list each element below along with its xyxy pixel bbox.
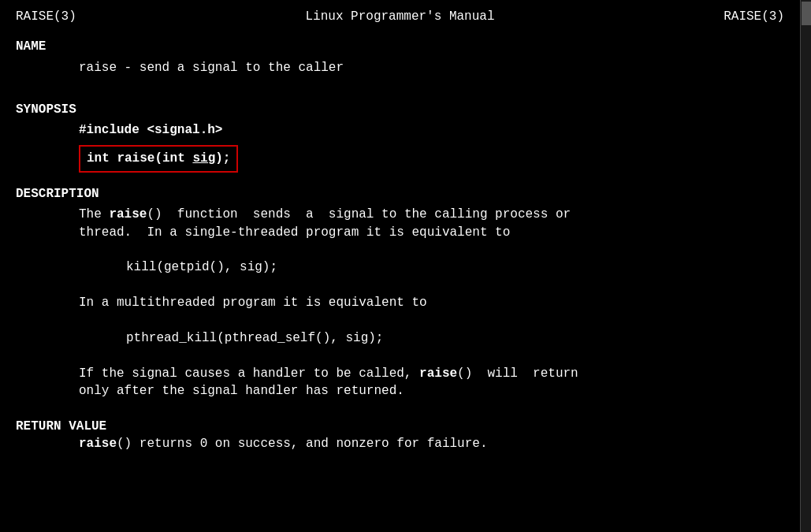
description-line1: The raise() function sends a signal to t… xyxy=(16,206,784,223)
synopsis-label: SYNOPSIS xyxy=(16,101,784,118)
header-left: RAISE(3) xyxy=(16,8,76,25)
scrollbar[interactable] xyxy=(800,0,811,532)
header-right: RAISE(3) xyxy=(724,8,784,25)
raise-bold-1: raise xyxy=(109,207,147,221)
return-section: RETURN VALUE raise() returns 0 on succes… xyxy=(16,418,784,453)
return-header: RETURN VALUE xyxy=(16,418,784,435)
description-code1: kill(getpid(), sig); xyxy=(16,259,784,276)
name-content: raise - send a signal to the caller xyxy=(16,59,784,76)
return-content: raise() returns 0 on success, and nonzer… xyxy=(16,435,784,452)
header-center: Linux Programmer's Manual xyxy=(305,8,494,25)
description-section: DESCRIPTION The raise() function sends a… xyxy=(16,185,784,400)
name-label: NAME xyxy=(16,38,784,55)
description-line2: thread. In a single-threaded program it … xyxy=(16,224,784,241)
prototype-text: int raise(int sig); xyxy=(87,151,230,166)
description-label: DESCRIPTION xyxy=(16,185,784,203)
synopsis-include: #include <signal.h> xyxy=(16,121,784,139)
description-line3: In a multithreaded program it is equival… xyxy=(16,294,784,311)
description-line4: If the signal causes a handler to be cal… xyxy=(16,365,784,382)
manual-content: RAISE(3) Linux Programmer's Manual RAISE… xyxy=(0,0,800,532)
raise-bold-2: raise xyxy=(419,366,457,381)
description-line5: only after the signal handler has return… xyxy=(16,382,784,400)
scrollbar-thumb[interactable] xyxy=(802,2,811,25)
name-section: NAME raise - send a signal to the caller xyxy=(16,38,784,76)
synopsis-prototype: int raise(int sig); xyxy=(79,145,238,172)
description-code2: pthread_kill(pthread_self(), sig); xyxy=(16,329,784,347)
raise-bold-3: raise xyxy=(79,437,117,451)
manual-header: RAISE(3) Linux Programmer's Manual RAISE… xyxy=(16,8,784,25)
return-text: () returns 0 on success, and nonzero for… xyxy=(117,437,487,451)
return-label: RETURN VALUE xyxy=(16,419,106,433)
synopsis-section: SYNOPSIS #include <signal.h> int raise(i… xyxy=(16,101,784,179)
prototype-sig: sig xyxy=(192,151,215,166)
